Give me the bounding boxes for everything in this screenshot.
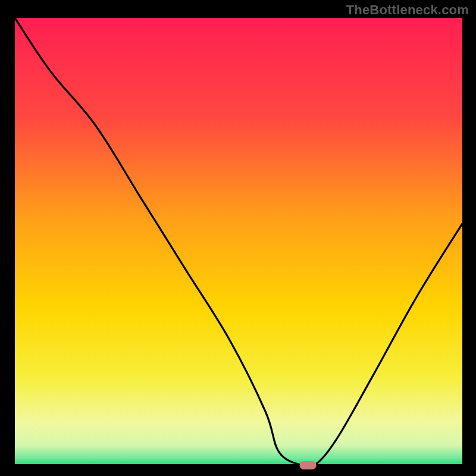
chart-stage: TheBottleneck.com <box>0 0 476 476</box>
bottleneck-chart <box>0 0 476 476</box>
plot-background <box>15 18 462 465</box>
highlight-marker <box>300 461 317 469</box>
